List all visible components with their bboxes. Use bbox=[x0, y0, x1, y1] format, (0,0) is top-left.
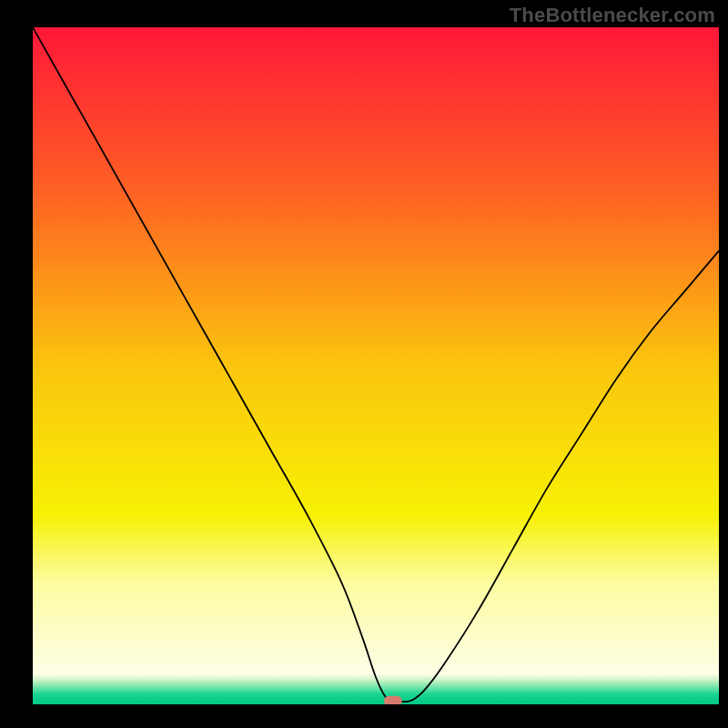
watermark-text: TheBottlenecker.com bbox=[510, 4, 715, 27]
plot-area bbox=[33, 27, 719, 704]
optimum-marker bbox=[384, 696, 402, 704]
chart-frame: TheBottlenecker.com bbox=[0, 0, 728, 728]
chart-svg bbox=[33, 27, 719, 704]
gradient-rect bbox=[33, 27, 719, 704]
